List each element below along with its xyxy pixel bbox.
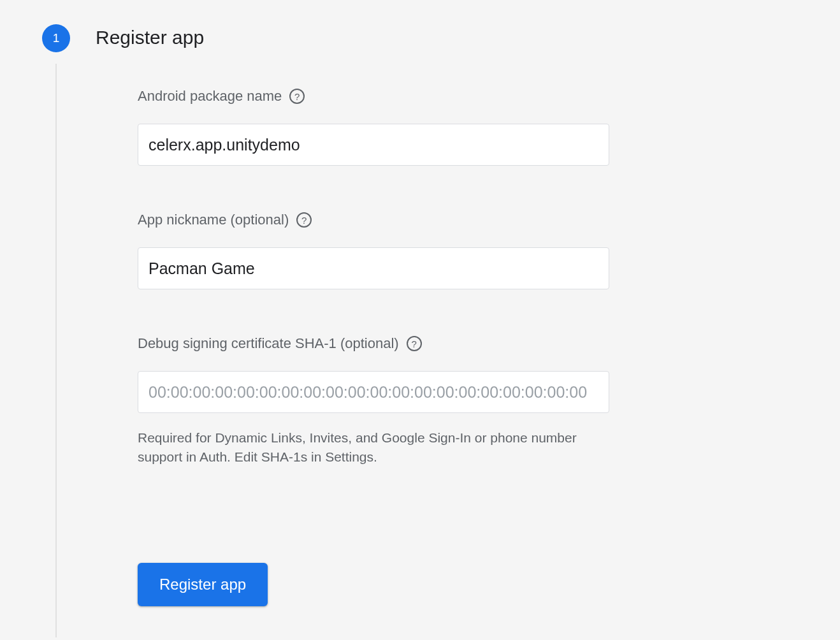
package-name-label: Android package name [138,88,282,105]
step-title: Register app [96,27,840,48]
sha1-label: Debug signing certificate SHA-1 (optiona… [138,335,399,352]
sha1-field-group: Debug signing certificate SHA-1 (optiona… [138,335,609,467]
step-number-badge: 1 [42,24,70,52]
sha1-input[interactable] [138,371,609,413]
package-name-input[interactable] [138,124,609,166]
step-header: 1 Register app [42,24,840,52]
nickname-field-group: App nickname (optional) [138,212,609,289]
package-name-field-group: Android package name [138,88,609,166]
register-app-form: Android package name App nickname (optio… [138,88,609,606]
help-icon[interactable] [407,336,422,351]
register-app-button[interactable]: Register app [138,563,268,606]
nickname-label: App nickname (optional) [138,212,289,228]
help-icon[interactable] [296,212,312,228]
nickname-input[interactable] [138,247,609,289]
step-connector-line [55,64,57,637]
help-icon[interactable] [289,89,305,104]
sha1-helper-text: Required for Dynamic Links, Invites, and… [138,428,609,467]
